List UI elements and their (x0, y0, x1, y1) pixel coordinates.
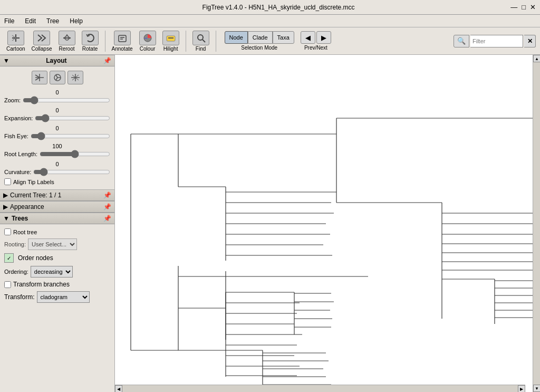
rotate-button[interactable]: Rotate (80, 30, 101, 53)
transform-label-lbl: Transform: (4, 293, 35, 301)
root-length-slider[interactable] (40, 150, 110, 158)
scroll-down-btn[interactable]: ▼ (533, 385, 540, 392)
svg-rect-5 (119, 35, 126, 42)
filter-input[interactable] (470, 35, 523, 47)
minimize-btn[interactable]: — (510, 3, 517, 11)
trees-pin: 📌 (103, 215, 111, 222)
next-button[interactable]: ▶ (316, 31, 331, 44)
node-select-button[interactable]: Node (225, 31, 248, 44)
window-controls[interactable]: — □ ✕ (510, 3, 536, 11)
prevnext-group: ◀ ▶ Prev/Next (301, 31, 331, 51)
svg-line-19 (56, 75, 57, 78)
current-tree-label: Current Tree: 1 / 1 (10, 192, 103, 199)
transform-branches-checkbox[interactable] (4, 281, 11, 288)
hilight-icon (162, 31, 179, 45)
curvature-value: 0 (55, 161, 59, 167)
appearance-pin: 📌 (103, 203, 111, 211)
curvature-slider[interactable] (33, 168, 110, 176)
layout-tree-icon-btn[interactable] (32, 71, 47, 84)
ordering-label: Ordering: (4, 269, 28, 275)
scroll-left-btn[interactable]: ◀ (115, 385, 122, 392)
find-icon (192, 31, 209, 45)
appearance-section[interactable]: ▶ Appearance 📌 (0, 201, 114, 213)
scroll-right-btn[interactable]: ▶ (518, 385, 525, 392)
close-btn[interactable]: ✕ (530, 3, 536, 11)
ordering-row: Ordering: decreasing increasing (4, 266, 110, 278)
taxa-select-button[interactable]: Taxa (273, 31, 294, 44)
layout-radial-icon-btn[interactable] (50, 71, 65, 84)
hscroll-track[interactable] (122, 385, 518, 392)
zoom-slider[interactable] (23, 96, 110, 104)
zoom-label: Zoom: (4, 97, 21, 103)
collapse-button[interactable]: Collapse (30, 30, 54, 53)
fish-eye-label: Fish Eye: (4, 133, 28, 139)
annotate-label: Annotate (112, 46, 133, 52)
align-tip-labels-checkbox[interactable] (4, 178, 11, 185)
transform-branches-label: Transform branches (13, 281, 70, 288)
fish-eye-value: 0 (55, 125, 59, 131)
maximize-btn[interactable]: □ (522, 3, 526, 11)
hilight-label: Hilight (163, 46, 178, 52)
svg-line-12 (202, 40, 205, 42)
left-panel: ▼ Layout 📌 (0, 55, 115, 392)
appearance-arrow: ▶ (3, 203, 8, 211)
filter-clear-button[interactable]: ✕ (524, 35, 536, 47)
root-length-row: 100 Root Length: (4, 142, 110, 158)
zoom-row: 0 Zoom: (4, 89, 110, 104)
root-tree-label: Root tree (13, 229, 37, 235)
find-button[interactable]: Find (190, 30, 211, 53)
bottom-scrollbar: ◀ ▶ (115, 385, 525, 392)
transform-select-row: Transform: cladogram equal (4, 291, 110, 303)
annotate-icon (114, 31, 131, 45)
window-title: FigTree v1.4.0 - H5N1_HA_skyride_ucld_di… (46, 4, 510, 11)
filter-search-icon: 🔍 (454, 35, 469, 47)
layout-content: 0 Zoom: 0 Expansion: 0 Fish Eye: (0, 66, 114, 189)
reroot-icon (59, 31, 75, 45)
toolbar-sep-3 (216, 31, 216, 52)
cartoon-button[interactable]: Cartoon (4, 30, 27, 53)
cartoon-icon (7, 31, 24, 45)
expansion-value: 0 (55, 107, 59, 113)
fish-eye-slider[interactable] (31, 132, 110, 140)
clade-select-button[interactable]: Clade (248, 31, 273, 44)
vscroll-track[interactable] (533, 62, 540, 385)
transform-select[interactable]: cladogram equal (37, 291, 90, 303)
toolbar-sep-1 (105, 31, 105, 52)
prevnext-buttons: ◀ ▶ (301, 31, 331, 44)
menu-file[interactable]: File (2, 16, 16, 26)
reroot-button[interactable]: Reroot (56, 30, 78, 53)
menu-tree[interactable]: Tree (44, 16, 61, 26)
trees-header-label: Trees (12, 215, 103, 222)
annotate-button[interactable]: Annotate (110, 30, 135, 53)
expansion-slider[interactable] (35, 114, 110, 122)
svg-line-20 (56, 78, 57, 80)
selection-mode-group: Node Clade Taxa Selection Mode (225, 31, 294, 51)
rooting-label: Rooting: (4, 241, 26, 247)
scroll-up-btn[interactable]: ▲ (533, 55, 540, 62)
layout-arrow: ▼ (3, 57, 9, 64)
toolbar: Cartoon Collapse Reroot Rotate (0, 27, 540, 55)
root-tree-checkbox[interactable] (4, 228, 11, 235)
current-tree-arrow: ▶ (3, 192, 8, 199)
hilight-button[interactable]: Hilight (160, 30, 181, 53)
menu-help[interactable]: Help (68, 16, 85, 26)
ordering-select[interactable]: decreasing increasing (31, 266, 73, 278)
curvature-row: 0 Curvature: (4, 160, 110, 176)
root-length-label: Root Length: (4, 151, 37, 157)
tree-area: 2.0 (115, 55, 533, 392)
trees-section-header[interactable]: ▼ Trees 📌 (0, 213, 114, 224)
selection-mode-label: Selection Mode (241, 45, 277, 51)
menu-edit[interactable]: Edit (23, 16, 38, 26)
tree-canvas[interactable]: 2.0 (115, 55, 533, 392)
transform-branches-row: Transform branches (4, 281, 110, 288)
colour-button[interactable]: Colour (137, 30, 158, 53)
prev-button[interactable]: ◀ (301, 31, 315, 44)
rooting-select[interactable]: User Select... Midpoint (28, 238, 77, 250)
curvature-label: Curvature: (4, 169, 31, 175)
align-tip-labels-row: Align Tip Labels (4, 178, 110, 185)
current-tree-pin: 📌 (103, 192, 111, 199)
layout-polar-icon-btn[interactable] (68, 71, 83, 84)
current-tree-section[interactable]: ▶ Current Tree: 1 / 1 📌 (0, 189, 114, 201)
titlebar: FigTree v1.4.0 - H5N1_HA_skyride_ucld_di… (0, 0, 540, 15)
layout-section-header[interactable]: ▼ Layout 📌 (0, 55, 114, 66)
